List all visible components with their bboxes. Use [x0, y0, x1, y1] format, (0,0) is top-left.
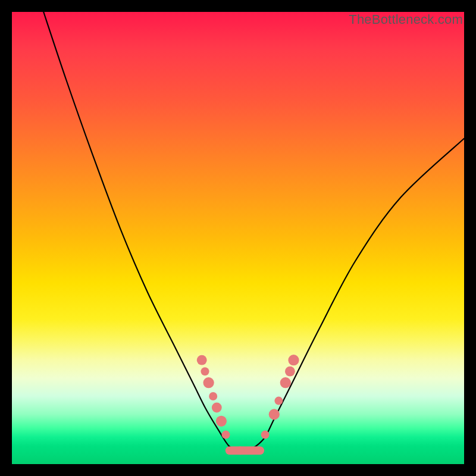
marker-dot [203, 377, 214, 388]
marker-dot [197, 355, 207, 365]
plot-area: TheBottleneck.com [12, 12, 464, 464]
watermark-text: TheBottleneck.com [349, 12, 463, 27]
bottleneck-curve [43, 12, 464, 451]
highlight-markers [197, 355, 299, 455]
marker-dot [222, 431, 230, 439]
chart-svg [12, 12, 464, 464]
marker-dot [280, 377, 291, 388]
marker-dot [216, 416, 227, 427]
marker-dot [274, 397, 283, 405]
marker-dot [261, 431, 270, 439]
marker-dot [269, 409, 280, 419]
marker-dot [209, 392, 217, 400]
marker-dot [201, 367, 209, 375]
marker-dot [285, 367, 295, 377]
marker-dot [288, 355, 299, 365]
marker-dot [212, 403, 222, 413]
bottom-marker-bar [226, 446, 264, 455]
marker-dot [236, 446, 245, 455]
